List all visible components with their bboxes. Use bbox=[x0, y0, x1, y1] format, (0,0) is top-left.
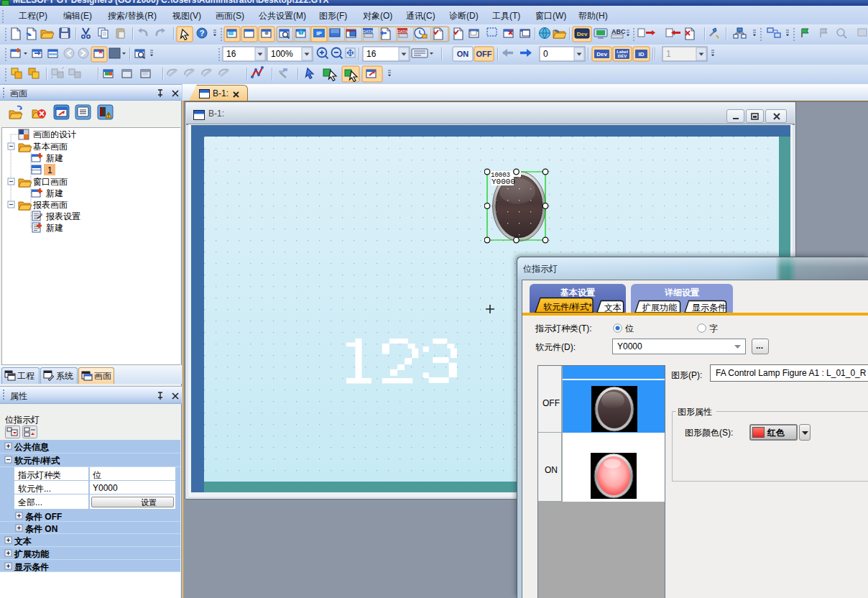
svg-text:100%: 100% bbox=[271, 49, 293, 59]
svg-text:0: 0 bbox=[543, 49, 548, 59]
svg-text:ID: ID bbox=[639, 51, 645, 58]
svg-text:软元件/样式*: 软元件/样式* bbox=[543, 302, 592, 312]
svg-text:Y0000: Y0000 bbox=[491, 178, 515, 186]
svg-text:文本: 文本 bbox=[604, 303, 622, 313]
svg-text:16: 16 bbox=[366, 49, 377, 59]
svg-text:扩展功能: 扩展功能 bbox=[642, 303, 678, 313]
svg-text:?: ? bbox=[200, 29, 205, 37]
svg-text:1: 1 bbox=[666, 49, 671, 59]
svg-text:DEV: DEV bbox=[618, 54, 627, 58]
svg-text:OFF: OFF bbox=[476, 50, 492, 58]
svg-text:Dev: Dev bbox=[596, 51, 607, 58]
svg-text:16: 16 bbox=[226, 49, 236, 59]
svg-text:DATA: DATA bbox=[362, 29, 373, 34]
svg-text:DATA: DATA bbox=[397, 29, 407, 34]
svg-text:Dev: Dev bbox=[577, 31, 588, 37]
svg-text:IP: IP bbox=[316, 30, 322, 37]
svg-text:ON: ON bbox=[457, 50, 469, 58]
svg-text:显示条件: 显示条件 bbox=[692, 303, 726, 313]
